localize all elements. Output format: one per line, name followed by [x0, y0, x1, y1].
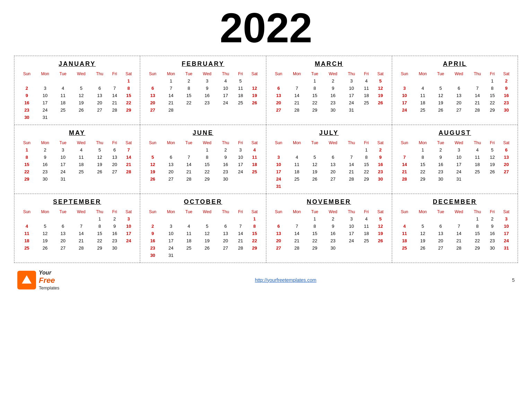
month-name: DECEMBER	[396, 198, 514, 206]
day-cell: 19	[373, 92, 388, 99]
day-cell: 5	[197, 223, 217, 230]
day-cell: 20	[323, 168, 343, 175]
day-cell: 27	[499, 168, 514, 175]
day-cell: 26	[71, 106, 91, 114]
day-cell: 2	[36, 146, 55, 154]
day-cell: 24	[54, 168, 71, 175]
day-cell: 8	[360, 154, 373, 161]
day-cell: 18	[181, 237, 197, 244]
day-cell: 2	[499, 77, 514, 85]
day-cell: 5	[432, 85, 449, 92]
day-cell	[343, 183, 360, 190]
day-cell: 18	[54, 99, 71, 106]
day-cell: 13	[499, 154, 514, 161]
day-cell: 11	[469, 154, 486, 161]
week-row: 12	[396, 77, 514, 85]
day-cell: 29	[306, 244, 323, 252]
day-cell: 18	[360, 230, 373, 237]
day-cell: 17	[499, 230, 514, 237]
day-cell	[108, 175, 121, 183]
day-cell	[432, 77, 449, 85]
week-row: 123456	[396, 146, 514, 154]
day-cell: 20	[270, 237, 288, 244]
day-cell: 7	[108, 85, 121, 92]
day-cell: 7	[162, 85, 181, 92]
month-table: SunMonTueWedThuFriSat1234567891011121314…	[270, 139, 388, 190]
day-cell	[287, 77, 306, 85]
month-table: SunMonTueWedThuFriSat1234567891011121314…	[396, 70, 514, 114]
day-cell: 29	[486, 106, 499, 114]
day-cell: 12	[413, 230, 432, 237]
day-cell: 29	[197, 175, 217, 183]
week-row: 16171819202122	[18, 99, 136, 106]
day-cell: 1	[247, 215, 262, 223]
day-cell: 21	[108, 99, 121, 106]
footer-url[interactable]: http://yourfreetemplates.com	[59, 277, 512, 283]
day-cell: 13	[162, 161, 181, 168]
day-cell: 13	[91, 92, 108, 99]
week-row: 17181920212223	[270, 168, 388, 175]
day-header: Sat	[121, 208, 136, 215]
month-cell-august: AUGUSTSunMonTueWedThuFriSat1234567891011…	[392, 125, 518, 194]
month-cell-february: FEBRUARYSunMonTueWedThuFriSat12345678910…	[140, 56, 266, 125]
day-header: Fri	[486, 208, 499, 215]
day-cell: 15	[91, 230, 108, 237]
day-cell	[217, 106, 234, 114]
logo: Your Free Templates	[17, 269, 59, 290]
day-cell	[197, 252, 217, 259]
week-row: 12	[270, 146, 388, 154]
day-cell: 8	[181, 85, 197, 92]
day-cell: 25	[360, 99, 373, 106]
day-cell: 3	[197, 77, 217, 85]
day-cell: 28	[108, 106, 121, 114]
day-cell: 27	[108, 168, 121, 175]
day-cell: 6	[270, 223, 288, 230]
day-cell	[360, 244, 373, 252]
week-row: 9101112131415	[18, 92, 136, 99]
day-cell: 16	[499, 92, 514, 99]
day-cell: 25	[54, 106, 71, 114]
day-header: Mon	[36, 139, 55, 146]
day-cell	[71, 175, 91, 183]
day-cell: 24	[449, 168, 469, 175]
day-cell	[108, 77, 121, 85]
week-row: 20212223242526	[144, 99, 262, 106]
day-header: Fri	[108, 70, 121, 77]
day-cell: 14	[181, 161, 197, 168]
day-header: Tue	[432, 70, 449, 77]
day-header: Wed	[71, 70, 91, 77]
day-cell: 26	[144, 175, 162, 183]
day-cell: 8	[91, 223, 108, 230]
day-cell: 1	[486, 77, 499, 85]
day-cell	[287, 146, 306, 154]
day-cell: 8	[413, 154, 432, 161]
day-cell: 21	[234, 237, 247, 244]
month-cell-july: JULYSunMonTueWedThuFriSat123456789101112…	[266, 125, 392, 194]
day-cell: 3	[162, 223, 181, 230]
day-cell: 25	[234, 99, 247, 106]
day-cell	[91, 175, 108, 183]
day-cell: 9	[18, 92, 36, 99]
day-cell: 5	[91, 146, 108, 154]
week-row: 1234567	[18, 146, 136, 154]
month-name: AUGUST	[396, 129, 514, 137]
day-cell: 6	[270, 85, 288, 92]
day-cell: 27	[449, 106, 469, 114]
day-cell	[499, 175, 514, 183]
day-cell: 23	[323, 237, 343, 244]
day-cell: 31	[343, 106, 360, 114]
day-cell: 21	[71, 237, 91, 244]
day-cell: 29	[469, 244, 486, 252]
month-cell-january: JANUARYSunMonTueWedThuFriSat123456789101…	[14, 56, 140, 125]
day-cell: 6	[54, 223, 71, 230]
logo-icon	[17, 271, 36, 289]
day-cell: 1	[162, 77, 181, 85]
month-table: SunMonTueWedThuFriSat1234567891011121314…	[18, 139, 136, 183]
day-cell: 17	[270, 168, 288, 175]
day-cell	[121, 175, 136, 183]
week-row: 12345	[144, 77, 262, 85]
day-cell: 27	[91, 106, 108, 114]
day-cell: 4	[18, 223, 36, 230]
week-row: 13141516171819	[270, 230, 388, 237]
day-header: Wed	[449, 208, 469, 215]
